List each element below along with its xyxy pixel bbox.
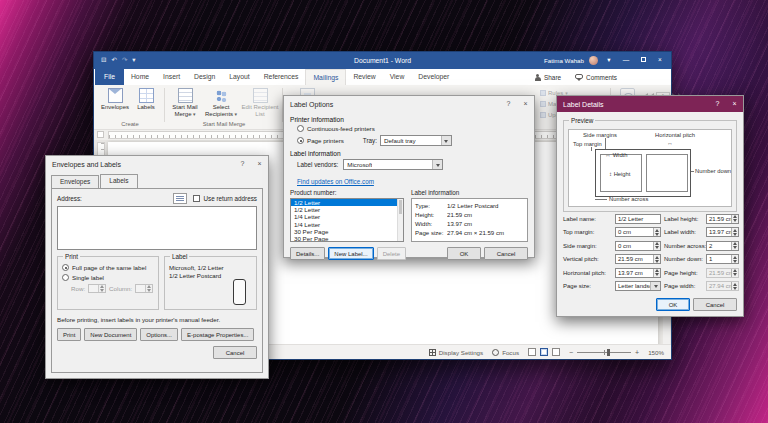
new-document-button[interactable]: New Document xyxy=(84,328,137,341)
cancel-button[interactable]: Cancel xyxy=(484,247,528,260)
redo-icon[interactable]: ↷ xyxy=(122,57,127,64)
zoom-out-button[interactable]: − xyxy=(569,349,573,356)
save-icon[interactable]: ⊟ xyxy=(101,57,106,64)
vertical-pitch-stepper[interactable]: 21.59 cm xyxy=(615,254,661,264)
horizontal-pitch-stepper[interactable]: 13.97 cm xyxy=(615,268,661,278)
product-item[interactable]: 30 Per Page xyxy=(291,235,397,242)
address-input[interactable] xyxy=(57,206,257,250)
side-margin-stepper[interactable]: 0 cm xyxy=(615,241,661,251)
help-button[interactable]: ? xyxy=(234,156,251,172)
label-width-stepper[interactable]: 13.97 cm xyxy=(706,227,739,237)
envelopes-button[interactable]: Envelopes xyxy=(100,87,130,125)
single-label-radio[interactable] xyxy=(62,274,69,281)
stepper-arrows-icon[interactable] xyxy=(653,242,660,250)
label-height-stepper[interactable]: 21.59 cm xyxy=(706,214,739,224)
print-layout-button[interactable] xyxy=(540,348,548,356)
tab-home[interactable]: Home xyxy=(124,69,156,85)
zoom-in-button[interactable]: + xyxy=(635,349,639,356)
zoom-level[interactable]: 150% xyxy=(648,349,664,356)
stepper-arrows-icon[interactable] xyxy=(731,242,738,250)
new-label-button[interactable]: New Label... xyxy=(328,247,373,260)
list-scrollbar-thumb[interactable] xyxy=(399,200,402,214)
stepper-arrows-icon[interactable] xyxy=(731,255,738,263)
qat-customize-icon[interactable]: ▾ xyxy=(132,57,135,64)
office-updates-link[interactable]: Find updates on Office.com xyxy=(297,178,374,185)
start-mail-merge-button[interactable]: Start Mail Merge xyxy=(168,87,202,125)
zoom-slider[interactable] xyxy=(577,349,631,356)
address-book-icon[interactable] xyxy=(173,193,187,204)
label-vendors-select[interactable]: Microsoft xyxy=(343,159,443,170)
tab-labels[interactable]: Labels xyxy=(100,174,137,188)
labels-button[interactable]: Labels xyxy=(132,87,160,125)
product-number-list[interactable]: 1/2 Letter 1/2 Letter 1/4 Letter 1/4 Let… xyxy=(290,198,404,242)
display-settings-button[interactable]: Display Settings xyxy=(429,349,483,356)
cancel-button[interactable]: Cancel xyxy=(693,298,737,311)
continuous-feed-radio[interactable] xyxy=(297,125,304,132)
comments-button[interactable]: Comments xyxy=(575,74,617,81)
product-item[interactable]: 30 Per Page xyxy=(291,228,397,235)
epostage-properties-button[interactable]: E-postage Properties... xyxy=(181,328,254,341)
ribbon-options-icon[interactable]: ▾ xyxy=(603,57,615,64)
stepper-arrows-icon[interactable] xyxy=(653,228,660,236)
page-printers-radio[interactable] xyxy=(297,137,304,144)
minimize-button[interactable]: — xyxy=(620,57,632,64)
avatar[interactable] xyxy=(589,56,598,65)
edit-recipient-list-button[interactable]: Edit Recipient List xyxy=(240,87,280,125)
tab-review[interactable]: Review xyxy=(346,69,382,85)
stepper-arrows-icon[interactable] xyxy=(653,269,660,277)
help-button[interactable]: ? xyxy=(709,96,726,112)
stepper-arrows-icon[interactable] xyxy=(98,285,105,292)
undo-icon[interactable]: ↶ xyxy=(111,57,116,64)
tab-design[interactable]: Design xyxy=(187,69,222,85)
user-name[interactable]: Fatima Wahab xyxy=(544,57,584,64)
top-margin-stepper[interactable]: 0 cm xyxy=(615,227,661,237)
number-down-stepper[interactable]: 1 xyxy=(706,254,739,264)
restore-button[interactable] xyxy=(637,57,649,64)
tab-selector-icon[interactable] xyxy=(97,131,104,138)
product-item[interactable]: 1/2 Letter xyxy=(291,199,397,206)
help-button[interactable]: ? xyxy=(500,96,517,112)
use-return-address[interactable]: Use return address xyxy=(193,195,257,202)
web-layout-button[interactable] xyxy=(552,348,560,356)
close-button[interactable]: × xyxy=(517,96,534,112)
tab-developer[interactable]: Developer xyxy=(411,69,456,85)
product-item[interactable]: 1/2 Letter xyxy=(291,206,397,213)
zoom-slider-thumb[interactable] xyxy=(607,349,610,356)
tab-envelopes[interactable]: Envelopes xyxy=(51,175,99,189)
tray-select[interactable]: Default tray xyxy=(380,135,452,146)
close-button[interactable]: × xyxy=(251,156,268,172)
stepper-arrows-icon[interactable] xyxy=(731,228,738,236)
tab-mailings[interactable]: Mailings xyxy=(305,69,346,85)
focus-button[interactable]: Focus xyxy=(492,349,519,356)
close-button[interactable]: × xyxy=(654,57,666,64)
stepper-arrows-icon[interactable] xyxy=(145,285,152,292)
column-stepper[interactable] xyxy=(135,284,153,293)
print-button[interactable]: Print xyxy=(57,328,81,341)
use-return-address-checkbox[interactable] xyxy=(193,195,200,202)
full-page-radio[interactable] xyxy=(62,264,69,271)
tab-view[interactable]: View xyxy=(383,69,412,85)
tab-references[interactable]: References xyxy=(257,69,306,85)
tab-file[interactable]: File xyxy=(95,69,124,85)
select-recipients-button[interactable]: Select Recipients xyxy=(204,87,238,125)
cancel-button[interactable]: Cancel xyxy=(213,346,257,359)
label-name-input[interactable]: 1/2 Letter xyxy=(615,214,661,224)
ok-button[interactable]: OK xyxy=(656,298,690,311)
stepper-arrows-icon[interactable] xyxy=(731,215,738,223)
close-button[interactable]: × xyxy=(726,96,743,112)
row-stepper[interactable] xyxy=(88,284,106,293)
product-item[interactable]: 1/4 Letter xyxy=(291,221,397,228)
ok-button[interactable]: OK xyxy=(447,247,481,260)
list-scrollbar[interactable] xyxy=(397,199,403,241)
number-across-stepper[interactable]: 2 xyxy=(706,241,739,251)
stepper-arrows-icon[interactable] xyxy=(653,255,660,263)
share-button[interactable]: Share xyxy=(534,74,561,81)
details-button[interactable]: Details... xyxy=(290,247,325,260)
options-button[interactable]: Options... xyxy=(140,328,178,341)
delete-button[interactable]: Delete xyxy=(377,247,406,260)
product-item[interactable]: 1/4 Letter xyxy=(291,213,397,220)
tab-layout[interactable]: Layout xyxy=(222,69,256,85)
read-mode-button[interactable] xyxy=(528,348,536,356)
tab-insert[interactable]: Insert xyxy=(156,69,187,85)
page-size-select[interactable]: Letter landscape xyxy=(615,281,661,291)
